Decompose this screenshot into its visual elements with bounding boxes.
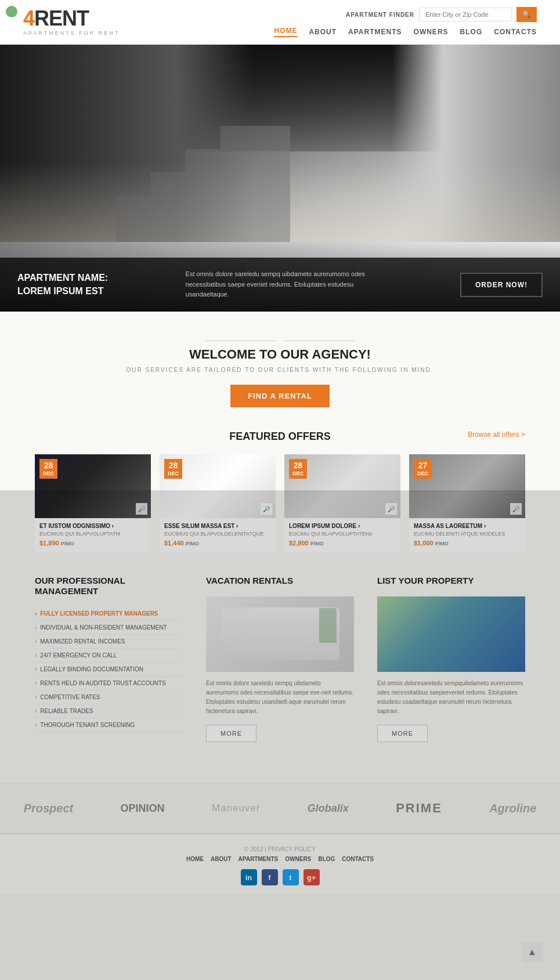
offer-date-1: 28DEC	[39, 459, 57, 479]
site-logo[interactable]: 4RENT APARTMENTS FOR RENT	[23, 8, 120, 36]
nav-home[interactable]: HOME	[274, 27, 297, 37]
divider-right	[284, 341, 354, 341]
find-rental-button[interactable]: FIND A RENTAL	[230, 385, 330, 407]
main-content: WELCOME TO OUR AGENCY! OUR SERVICES ARE …	[0, 312, 560, 783]
nav-contacts[interactable]: CONTACTS	[494, 28, 537, 36]
main-nav: HOME ABOUT APARTMENTS OWNERS BLOG CONTAC…	[274, 27, 537, 37]
logo-subtitle: APARTMENTS FOR RENT	[23, 30, 120, 36]
hero-description: Est omnis dolore sareledu sempq uibdamet…	[186, 269, 383, 300]
nav-blog[interactable]: BLOG	[460, 28, 483, 36]
nav-apartments[interactable]: APARTMENTS	[348, 28, 402, 36]
hero-section: APARTMENT NAME: LOREM IPSUM EST Est omni…	[0, 45, 560, 312]
offer-date-2: 28DEC	[164, 459, 182, 479]
list-property-img-bg	[377, 596, 525, 672]
logo-number: 4	[23, 6, 34, 30]
browse-all-link[interactable]: Browse all offers >	[468, 431, 525, 439]
hero-title: APARTMENT NAME: LOREM IPSUM EST	[17, 272, 108, 298]
divider-left	[206, 341, 276, 341]
list-property-image	[377, 596, 525, 672]
finder-label: APARTMENT FINDER	[346, 12, 414, 18]
header-right: APARTMENT FINDER 🔍 HOME ABOUT APARTMENTS…	[274, 7, 537, 37]
nav-about[interactable]: ABOUT	[309, 28, 337, 36]
logo-text: RENT	[34, 6, 89, 30]
site-header: 4RENT APARTMENTS FOR RENT APARTMENT FIND…	[0, 0, 560, 45]
search-input[interactable]	[419, 8, 512, 21]
list-property-section: LIST YOUR PROPERTY Est omnis doloresarel…	[377, 576, 525, 742]
lower-grid: OUR PROFESSIONALMANAGEMENT › FULLY LICEN…	[35, 576, 525, 742]
order-now-button[interactable]: ORDER NOW!	[460, 273, 543, 297]
welcome-divider	[35, 341, 525, 341]
welcome-title: WELCOME TO OUR AGENCY!	[35, 347, 525, 362]
featured-title: FEATURED OFFERS	[229, 431, 331, 443]
featured-header: FEATURED OFFERS Browse all offers >	[35, 431, 525, 443]
welcome-subtitle: OUR SERVICES ARE TAILORED TO OUR CLIENTS…	[35, 367, 525, 373]
welcome-section: WELCOME TO OUR AGENCY! OUR SERVICES ARE …	[35, 341, 525, 407]
finder-bar: APARTMENT FINDER 🔍	[346, 7, 537, 22]
search-button[interactable]: 🔍	[516, 7, 537, 22]
offer-date-3: 28DEC	[289, 459, 307, 479]
nav-owners[interactable]: OWNERS	[414, 28, 449, 36]
offer-date-4: 27DEC	[414, 459, 432, 479]
hero-bottom-bar: APARTMENT NAME: LOREM IPSUM EST Est omni…	[0, 258, 560, 312]
